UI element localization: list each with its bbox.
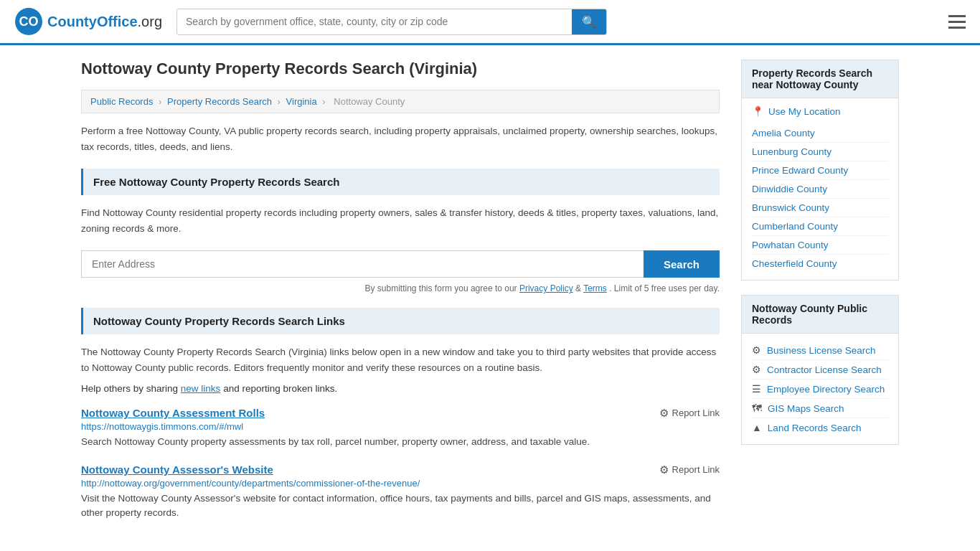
sidebar: Property Records Search near Nottoway Co…: [741, 60, 899, 534]
use-my-location[interactable]: 📍 Use My Location: [752, 105, 888, 117]
sidebar-link-lunenburg[interactable]: Lunenburg County: [752, 143, 888, 161]
link-url-2[interactable]: http://nottoway.org/government/county/de…: [81, 478, 720, 489]
sidebar-link-amelia[interactable]: Amelia County: [752, 124, 888, 143]
main-container: Nottoway County Property Records Search …: [67, 45, 913, 549]
sidebar-item-land-records[interactable]: ▲ Land Records Search: [752, 418, 888, 437]
address-search-button[interactable]: Search: [644, 250, 720, 278]
svg-text:CO: CO: [19, 14, 39, 29]
report-link-1[interactable]: ⚙ Report Link: [659, 407, 720, 420]
public-records-header: Nottoway County Public Records: [742, 296, 898, 334]
header-search-button[interactable]: 🔍: [572, 9, 606, 34]
nearby-body: 📍 Use My Location Amelia County Lunenbur…: [742, 98, 898, 280]
land-icon: ▲: [752, 422, 762, 433]
header-search-form: 🔍: [176, 9, 607, 35]
page-title: Nottoway County Property Records Search …: [81, 60, 720, 78]
sidebar-item-employee-directory[interactable]: ☰ Employee Directory Search: [752, 380, 888, 399]
link-url-1[interactable]: https://nottowaygis.timmons.com/#/mwl: [81, 421, 720, 432]
link-desc-2: Visit the Nottoway County Assessor's web…: [81, 491, 720, 521]
breadcrumb: Public Records › Property Records Search…: [81, 90, 720, 113]
nearby-box: Property Records Search near Nottoway Co…: [741, 60, 899, 281]
privacy-policy-link[interactable]: Privacy Policy: [519, 283, 573, 293]
breadcrumb-virginia[interactable]: Virginia: [286, 96, 317, 107]
logo[interactable]: CO CountyOffice.org: [14, 7, 162, 36]
links-description: The Nottoway County Property Records Sea…: [81, 344, 720, 375]
sidebar-link-dinwiddie[interactable]: Dinwiddie County: [752, 180, 888, 199]
share-links-text: Help others by sharing new links and rep…: [81, 383, 720, 394]
report-link-2[interactable]: ⚙ Report Link: [659, 463, 720, 476]
link-title-assessors[interactable]: Nottoway County Assessor's Website: [81, 463, 273, 476]
report-icon: ⚙: [659, 407, 669, 420]
public-records-box: Nottoway County Public Records ⚙ Busines…: [741, 295, 899, 445]
sidebar-link-prince-edward[interactable]: Prince Edward County: [752, 161, 888, 180]
link-title-assessment-rolls[interactable]: Nottoway County Assessment Rolls: [81, 407, 265, 419]
public-records-body: ⚙ Business License Search ⚙ Contractor L…: [742, 334, 898, 444]
map-icon: 🗺: [752, 402, 762, 414]
sidebar-link-chesterfield[interactable]: Chesterfield County: [752, 255, 888, 273]
header: CO CountyOffice.org 🔍: [0, 0, 980, 45]
breadcrumb-property-records[interactable]: Property Records Search: [167, 96, 272, 107]
links-section-header: Nottoway County Property Records Search …: [81, 308, 720, 334]
breadcrumb-public-records[interactable]: Public Records: [90, 96, 153, 107]
gear-icon-2: ⚙: [752, 364, 761, 375]
sidebar-link-brunswick[interactable]: Brunswick County: [752, 199, 888, 217]
breadcrumb-nottoway: Nottoway County: [334, 96, 405, 107]
link-item-2: Nottoway County Assessor's Website ⚙ Rep…: [81, 463, 720, 521]
form-terms: By submitting this form you agree to our…: [81, 283, 720, 293]
sidebar-item-business-license[interactable]: ⚙ Business License Search: [752, 341, 888, 360]
logo-text: CountyOffice.org: [47, 14, 162, 30]
logo-icon: CO: [14, 7, 43, 36]
address-search-form: Search By submitting this form you agree…: [81, 250, 720, 293]
gear-icon-1: ⚙: [752, 344, 761, 356]
link-desc-1: Search Nottoway County property assessme…: [81, 435, 720, 449]
free-search-description: Find Nottoway County residential propert…: [81, 205, 720, 236]
link-item: Nottoway County Assessment Rolls ⚙ Repor…: [81, 407, 720, 449]
free-search-section-header: Free Nottoway County Property Records Se…: [81, 169, 720, 195]
content-area: Nottoway County Property Records Search …: [81, 60, 720, 534]
page-description: Perform a free Nottoway County, VA publi…: [81, 123, 720, 154]
sidebar-link-powhatan[interactable]: Powhatan County: [752, 236, 888, 255]
new-links-link[interactable]: new links: [181, 383, 221, 394]
header-search-input[interactable]: [177, 10, 572, 33]
nearby-header: Property Records Search near Nottoway Co…: [742, 60, 898, 98]
search-icon: 🔍: [582, 16, 596, 28]
directory-icon: ☰: [752, 383, 761, 395]
address-search-input[interactable]: [81, 250, 644, 278]
sidebar-item-gis-maps[interactable]: 🗺 GIS Maps Search: [752, 399, 888, 418]
sidebar-item-contractor-license[interactable]: ⚙ Contractor License Search: [752, 360, 888, 380]
report-icon-2: ⚙: [659, 463, 669, 476]
sidebar-link-cumberland[interactable]: Cumberland County: [752, 217, 888, 236]
links-section: Nottoway County Property Records Search …: [81, 308, 720, 520]
terms-link[interactable]: Terms: [583, 283, 607, 293]
menu-icon[interactable]: [948, 15, 966, 29]
location-icon: 📍: [752, 105, 764, 117]
